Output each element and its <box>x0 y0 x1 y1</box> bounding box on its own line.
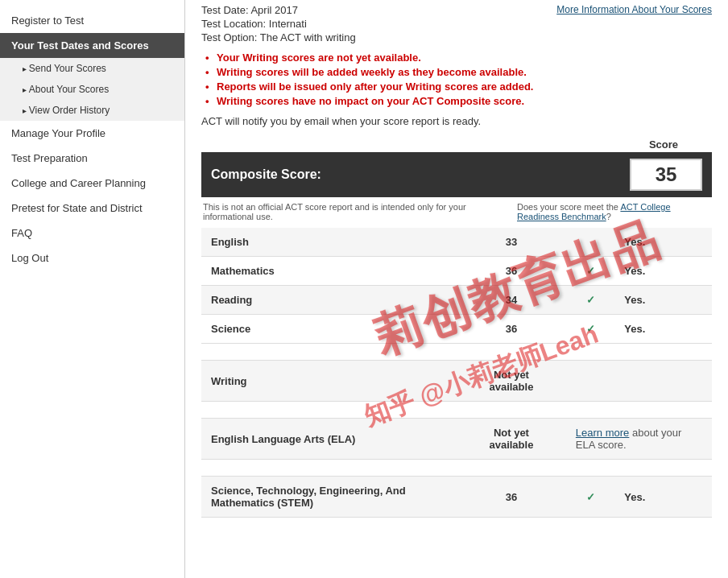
spacer-row <box>201 344 712 361</box>
subject-stem: Science, Technology, Engineering, AndMat… <box>201 477 457 518</box>
score-reading: 34 <box>457 286 566 315</box>
subject-ela: English Language Arts (ELA) <box>201 419 457 460</box>
warning-1: Your Writing scores are not yet availabl… <box>205 52 712 64</box>
benchmark-end: ? <box>606 212 611 221</box>
score-mathematics: 36 <box>457 257 566 286</box>
warning-2: Writing scores will be added weekly as t… <box>205 66 712 78</box>
subject-science: Science <box>201 315 457 344</box>
warnings-section: Your Writing scores are not yet availabl… <box>201 52 712 107</box>
check-english <box>566 228 614 257</box>
sidebar-subitem-order-history[interactable]: View Order History <box>0 100 184 121</box>
subject-reading: Reading <box>201 286 457 315</box>
table-row: Reading 34 ✓ Yes. <box>201 286 712 315</box>
subject-mathematics: Mathematics <box>201 257 457 286</box>
check-reading: ✓ <box>566 286 614 315</box>
sidebar: Register to Test Your Test Dates and Sco… <box>0 0 185 578</box>
check-science: ✓ <box>566 315 614 344</box>
subject-english: English <box>201 228 457 257</box>
warning-3: Reports will be issued only after your W… <box>205 81 712 93</box>
spacer-row <box>201 460 712 477</box>
sidebar-item-test-dates[interactable]: Your Test Dates and Scores <box>0 33 184 58</box>
composite-score-row: Composite Score: 35 <box>201 152 712 197</box>
yes-science: Yes. <box>614 315 712 344</box>
subject-writing: Writing <box>201 361 457 402</box>
table-row-stem: Science, Technology, Engineering, AndMat… <box>201 477 712 518</box>
yes-stem: Yes. <box>614 477 712 518</box>
disclaimer-text: This is not an official ACT score report… <box>203 202 509 221</box>
yes-reading: Yes. <box>614 286 712 315</box>
main-content: 莉创教育出品 知乎 @小莉老师Leah More Information Abo… <box>185 0 728 578</box>
score-ela: Not yetavailable <box>457 419 566 460</box>
score-header-row: Score <box>201 138 712 151</box>
more-info-link[interactable]: More Information About Your Scores <box>556 4 712 15</box>
score-writing: Not yetavailable <box>457 361 566 402</box>
test-option: Test Option: The ACT with writing <box>201 31 712 43</box>
score-english: 33 <box>457 228 566 257</box>
table-row: Science 36 ✓ Yes. <box>201 315 712 344</box>
composite-label: Composite Score: <box>211 167 630 182</box>
table-row: Mathematics 36 ✓ Yes. <box>201 257 712 286</box>
check-mathematics: ✓ <box>566 257 614 286</box>
sidebar-item-manage-profile[interactable]: Manage Your Profile <box>0 121 184 146</box>
writing-empty <box>566 361 712 402</box>
sidebar-item-pretest[interactable]: Pretest for State and District <box>0 196 184 221</box>
sidebar-subitem-send-scores[interactable]: Send Your Scores <box>0 58 184 79</box>
score-stem: 36 <box>457 477 566 518</box>
notify-text: ACT will notify you by email when your s… <box>201 115 712 127</box>
learn-more-link[interactable]: Learn more <box>576 427 629 439</box>
benchmark-prefix: Does your score meet the <box>517 202 620 212</box>
warning-4: Writing scores have no impact on your AC… <box>205 95 712 107</box>
sidebar-item-college-career[interactable]: College and Career Planning <box>0 171 184 196</box>
benchmark-text: Does your score meet the ACT College Rea… <box>509 202 710 221</box>
disclaimer-row: This is not an official ACT score report… <box>201 202 712 221</box>
sidebar-item-test-prep[interactable]: Test Preparation <box>0 146 184 171</box>
spacer-row <box>201 402 712 419</box>
check-stem: ✓ <box>566 477 614 518</box>
score-column-header: Score <box>623 138 704 151</box>
sidebar-item-register[interactable]: Register to Test <box>0 8 184 33</box>
sidebar-subitem-about-scores[interactable]: About Your Scores <box>0 79 184 100</box>
test-location: Test Location: Internati <box>201 18 712 30</box>
sidebar-item-logout[interactable]: Log Out <box>0 246 184 270</box>
ela-learn-more: Learn more about your ELA score. <box>566 419 712 460</box>
yes-mathematics: Yes. <box>614 257 712 286</box>
table-row: English 33 Yes. <box>201 228 712 257</box>
test-info: More Information About Your Scores Test … <box>201 0 712 43</box>
warnings-list: Your Writing scores are not yet availabl… <box>201 52 712 107</box>
table-row-ela: English Language Arts (ELA) Not yetavail… <box>201 419 712 460</box>
score-science: 36 <box>457 315 566 344</box>
table-row-writing: Writing Not yetavailable <box>201 361 712 402</box>
composite-score-value: 35 <box>630 159 702 191</box>
scores-table: English 33 Yes. Mathematics 36 ✓ Yes. Re… <box>201 228 712 518</box>
sidebar-item-faq[interactable]: FAQ <box>0 221 184 246</box>
yes-english: Yes. <box>614 228 712 257</box>
